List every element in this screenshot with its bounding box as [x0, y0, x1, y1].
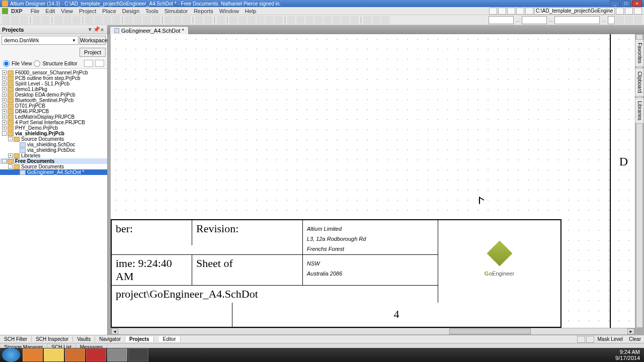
tree-item[interactable]: +F6000_sensor_5Channel.PrjPcb: [0, 70, 107, 75]
system-clock[interactable]: 9:24 AM 9/17/2014: [615, 349, 640, 361]
tree-item[interactable]: +DB46.PRJPCB: [0, 109, 107, 114]
paste-icon[interactable]: [143, 16, 151, 24]
path-combo[interactable]: [534, 8, 615, 15]
tree-expander-icon[interactable]: -: [8, 137, 13, 141]
minimize-button[interactable]: _: [610, 1, 620, 7]
combo3[interactable]: [554, 16, 600, 24]
tree-item[interactable]: +PCB outline from step.PrjPcb: [0, 75, 107, 81]
tb-icon[interactable]: [238, 16, 247, 24]
side-tab-libraries[interactable]: Libraries: [635, 98, 644, 124]
tree-expander-icon[interactable]: +: [2, 87, 7, 92]
menu-view[interactable]: View: [58, 8, 76, 14]
document-tab[interactable]: GoEngineer_A4.SchDot *: [110, 26, 189, 34]
toolbar-icon[interactable]: [516, 8, 524, 15]
tb-icon[interactable]: [616, 16, 624, 24]
tb-icon[interactable]: [305, 16, 313, 24]
menu-help[interactable]: Help: [242, 8, 260, 14]
tb-icon[interactable]: [634, 16, 642, 24]
tb-icon[interactable]: [275, 16, 283, 24]
workspace-combo[interactable]: demo.DsnWrk ▼: [2, 36, 78, 45]
dxp-menu[interactable]: DXP: [9, 8, 25, 14]
combo2[interactable]: [522, 16, 547, 24]
tree-item[interactable]: via_shielding.PcbDoc: [0, 147, 107, 153]
schematic-canvas[interactable]: D ber: Revision: Altium Limited L3, 12a …: [111, 34, 635, 328]
tree-expander-icon[interactable]: +: [2, 70, 7, 75]
tree-item[interactable]: GoEngineer_A4.SchDot *: [0, 169, 107, 175]
menu-edit[interactable]: Edit: [42, 8, 58, 14]
toolbar-icon[interactable]: [525, 8, 533, 15]
new-icon[interactable]: [2, 16, 10, 24]
tray-icon[interactable]: [588, 351, 595, 358]
tb-icon[interactable]: [324, 16, 332, 24]
tb-icon[interactable]: [94, 16, 102, 24]
tree-item[interactable]: -Source Documents: [0, 136, 107, 142]
tb-icon[interactable]: [257, 16, 265, 24]
tree-expander-icon[interactable]: +: [2, 104, 7, 108]
tree-item[interactable]: +Bluetooth_Sentinel.PrjPcb: [0, 98, 107, 103]
mask-level-button[interactable]: Mask Level: [595, 336, 626, 342]
taskbar-app-firefox[interactable]: [23, 348, 43, 361]
structure-editor-radio[interactable]: [34, 60, 40, 67]
tree-expander-icon[interactable]: -: [2, 131, 7, 136]
combo1[interactable]: [489, 16, 514, 24]
tb-icon[interactable]: [342, 16, 350, 24]
project-button[interactable]: Project: [79, 48, 106, 57]
undo-icon[interactable]: [195, 16, 203, 24]
cut-icon[interactable]: [125, 16, 133, 24]
tree-item[interactable]: +Libraries: [0, 153, 107, 158]
tree-expander-icon[interactable]: +: [2, 81, 7, 86]
tree-item[interactable]: +Desktop EDA demo.PrjPcb: [0, 92, 107, 98]
tb-icon[interactable]: [174, 16, 182, 24]
view-icon[interactable]: [84, 60, 93, 67]
tree-item[interactable]: +Spirit Level - SL1.PrjPcb: [0, 81, 107, 86]
open-icon[interactable]: [11, 16, 19, 24]
toggle-icon[interactable]: [577, 336, 585, 343]
tree-expander-icon[interactable]: +: [2, 76, 7, 80]
tree-item[interactable]: +LedMatrixDisplay.PRJPCB: [0, 114, 107, 120]
tb-icon[interactable]: [363, 16, 371, 24]
tree-item[interactable]: -via_shielding.PrjPcb: [0, 131, 107, 136]
tree-expander-icon[interactable]: +: [8, 153, 13, 158]
redo-icon[interactable]: [204, 16, 212, 24]
tb-icon[interactable]: [152, 16, 160, 24]
tree-expander-icon[interactable]: +: [2, 115, 7, 119]
tb-icon[interactable]: [248, 16, 256, 24]
menu-window[interactable]: Window: [216, 8, 242, 14]
tb-icon[interactable]: [372, 16, 380, 24]
file-view-radio[interactable]: [3, 60, 10, 67]
tb-icon[interactable]: [112, 16, 120, 24]
tb-icon[interactable]: [381, 16, 389, 24]
taskbar-app-explorer[interactable]: [44, 348, 64, 361]
scroll-thumb[interactable]: [449, 328, 531, 334]
taskbar-app[interactable]: [65, 348, 85, 361]
taskbar-app[interactable]: [128, 348, 148, 361]
toolbar-icon[interactable]: [507, 8, 515, 15]
tb-icon[interactable]: [296, 16, 304, 24]
panel-close-icon[interactable]: ×: [99, 27, 105, 33]
tree-item[interactable]: -Free Documents: [0, 158, 107, 164]
tree-expander-icon[interactable]: -: [2, 159, 7, 163]
side-tab-clipboard[interactable]: Clipboard: [635, 68, 644, 97]
menu-design[interactable]: Design: [119, 8, 142, 14]
tree-expander-icon[interactable]: +: [2, 126, 7, 130]
tray-icon[interactable]: [579, 351, 586, 358]
editor-tab[interactable]: Editor: [159, 336, 181, 342]
tb-icon[interactable]: [72, 16, 80, 24]
tb-icon[interactable]: [351, 16, 359, 24]
toolbar-icon[interactable]: [498, 8, 506, 15]
toolbar-icon[interactable]: [489, 8, 497, 15]
close-button[interactable]: ×: [632, 1, 642, 7]
copy-icon[interactable]: [134, 16, 142, 24]
side-tab-favorites[interactable]: Favorites: [635, 39, 644, 67]
print-icon[interactable]: [33, 16, 41, 24]
tree-item[interactable]: +demo1.LibPkg: [0, 86, 107, 92]
menu-tools[interactable]: Tools: [142, 8, 162, 14]
tb-icon[interactable]: [625, 16, 633, 24]
menu-reports[interactable]: Reports: [191, 8, 216, 14]
tree-expander-icon[interactable]: +: [2, 120, 7, 125]
tb-icon[interactable]: [54, 16, 62, 24]
tree-item[interactable]: -Source Documents: [0, 164, 107, 169]
combo4[interactable]: [608, 16, 615, 24]
bottom-tab[interactable]: SCH Inspector: [32, 336, 73, 342]
scroll-left-icon[interactable]: ◄: [111, 328, 118, 334]
